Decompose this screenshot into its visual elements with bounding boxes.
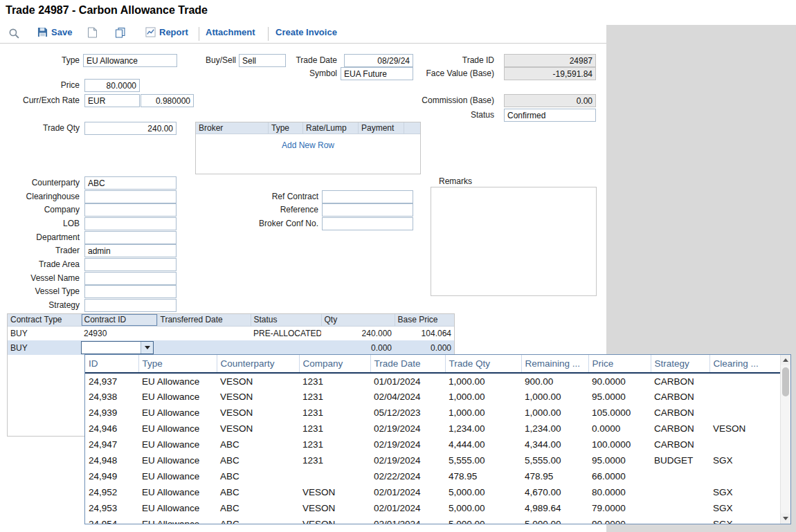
contract-id-combobox[interactable]: [81, 341, 154, 354]
vessel-type-input[interactable]: [84, 285, 177, 298]
cell-transferred-date[interactable]: [157, 340, 251, 355]
option-type[interactable]: EU Allowance: [138, 516, 217, 524]
option-counterparty[interactable]: VESON: [217, 421, 299, 437]
attachment-button[interactable]: Attachment: [206, 27, 255, 37]
option-trade-date[interactable]: 02/19/2024: [370, 452, 445, 468]
option-counterparty[interactable]: ABC: [217, 452, 299, 468]
option-type[interactable]: EU Allowance: [138, 500, 217, 516]
option-type[interactable]: EU Allowance: [138, 468, 217, 484]
option-id[interactable]: 24,946: [85, 421, 138, 437]
option-trade-qty[interactable]: 1,234.00: [445, 421, 521, 437]
option-clearing[interactable]: SGX: [709, 484, 780, 500]
option-id[interactable]: 24,949: [85, 468, 138, 484]
option-strategy[interactable]: [651, 468, 709, 484]
cell-contract-type[interactable]: BUY: [8, 326, 81, 340]
option-remaining[interactable]: 4,670.00: [521, 484, 588, 500]
contract-id-dropdown-button[interactable]: [141, 342, 153, 354]
strategy-input[interactable]: [84, 299, 177, 312]
option-id[interactable]: 24,938: [85, 389, 138, 405]
department-input[interactable]: [84, 231, 177, 244]
option-remaining[interactable]: 900.00: [521, 373, 588, 389]
option-clearing[interactable]: SGX: [709, 452, 780, 468]
cell-base-price[interactable]: 104.064: [395, 326, 454, 340]
option-counterparty[interactable]: ABC: [217, 500, 299, 516]
cell-contract-id[interactable]: 24930: [81, 326, 157, 340]
create-invoice-button[interactable]: Create Invoice: [275, 27, 337, 37]
dropdown-option-row[interactable]: 24,946 EU Allowance VESON 1231 02/19/202…: [85, 421, 780, 437]
option-counterparty[interactable]: ABC: [217, 437, 299, 452]
option-trade-qty[interactable]: 1,000.00: [445, 389, 521, 405]
option-trade-qty[interactable]: 5,000.00: [445, 516, 521, 524]
trade-area-input[interactable]: [84, 258, 177, 271]
option-id[interactable]: 24,937: [85, 373, 138, 389]
contracts-header-transferred-date[interactable]: Transferred Date: [157, 314, 251, 326]
option-counterparty[interactable]: VESON: [217, 405, 299, 421]
option-trade-date[interactable]: 02/04/2024: [370, 389, 445, 405]
scroll-down-button[interactable]: [781, 513, 790, 524]
note-icon[interactable]: [87, 27, 98, 38]
option-clearing[interactable]: SGX: [709, 516, 780, 524]
option-remaining[interactable]: 1,000.00: [521, 405, 588, 421]
option-trade-date[interactable]: 01/01/2024: [370, 373, 445, 389]
option-trade-qty[interactable]: 1,000.00: [445, 405, 521, 421]
option-clearing[interactable]: SGX: [709, 500, 780, 516]
option-id[interactable]: 24,952: [85, 484, 138, 500]
option-company[interactable]: 1231: [299, 452, 370, 468]
option-type[interactable]: EU Allowance: [138, 405, 217, 421]
option-strategy[interactable]: CARBON: [651, 373, 709, 389]
cell-status[interactable]: [251, 340, 321, 355]
trader-input[interactable]: [84, 244, 177, 257]
option-trade-date[interactable]: 02/19/2024: [370, 421, 445, 437]
dropdown-option-row[interactable]: 24,938 EU Allowance VESON 1231 02/04/202…: [85, 389, 780, 405]
option-remaining[interactable]: 1,234.00: [521, 421, 588, 437]
option-type[interactable]: EU Allowance: [138, 484, 217, 500]
option-trade-qty[interactable]: 478.95: [445, 468, 521, 484]
scroll-up-button[interactable]: [781, 355, 790, 365]
vessel-name-input[interactable]: [84, 272, 177, 285]
remarks-textarea[interactable]: [431, 187, 597, 296]
symbol-input[interactable]: [341, 67, 413, 80]
option-counterparty[interactable]: VESON: [217, 373, 299, 389]
option-clearing[interactable]: [709, 468, 780, 484]
dropdown-scrollbar[interactable]: [780, 355, 790, 524]
copy-icon[interactable]: [115, 27, 126, 38]
option-trade-date[interactable]: 05/12/2023: [370, 405, 445, 421]
option-remaining[interactable]: 4,989.64: [521, 500, 588, 516]
option-company[interactable]: 1231: [299, 389, 370, 405]
option-remaining[interactable]: 1,000.00: [521, 389, 588, 405]
option-price[interactable]: 100.0000: [588, 437, 651, 452]
option-strategy[interactable]: CARBON: [651, 421, 709, 437]
dropdown-option-row[interactable]: 24,953 EU Allowance ABC VESON 02/01/2024…: [85, 500, 780, 516]
option-remaining[interactable]: 5,000.00: [521, 516, 588, 524]
option-company[interactable]: VESON: [299, 516, 370, 524]
option-strategy[interactable]: [651, 516, 709, 524]
dropdown-option-row[interactable]: 24,948 EU Allowance ABC 1231 02/19/2024 …: [85, 452, 780, 468]
option-price[interactable]: 90.0000: [588, 373, 651, 389]
cell-base-price[interactable]: 0.000: [395, 340, 454, 355]
contracts-row-2[interactable]: BUY 0.000 0.000: [8, 340, 454, 355]
option-price[interactable]: 79.0000: [588, 500, 651, 516]
option-trade-qty[interactable]: 5,000.00: [445, 500, 521, 516]
cell-qty[interactable]: 240.000: [321, 326, 395, 340]
option-trade-date[interactable]: 02/01/2024: [370, 516, 445, 524]
option-company[interactable]: VESON: [299, 484, 370, 500]
option-price[interactable]: 66.0000: [588, 468, 651, 484]
option-trade-date[interactable]: 02/01/2024: [370, 500, 445, 516]
option-strategy[interactable]: CARBON: [651, 405, 709, 421]
option-clearing[interactable]: [709, 405, 780, 421]
reference-input[interactable]: [322, 203, 413, 217]
option-price[interactable]: 90.0000: [588, 516, 651, 524]
dropdown-option-row[interactable]: 24,952 EU Allowance ABC VESON 02/01/2024…: [85, 484, 780, 500]
report-button[interactable]: Report: [145, 27, 188, 37]
dropdown-option-row[interactable]: 24,947 EU Allowance ABC 1231 02/19/2024 …: [85, 437, 780, 452]
option-trade-date[interactable]: 02/22/2024: [370, 468, 445, 484]
scrollbar-thumb[interactable]: [782, 367, 789, 396]
type-input[interactable]: [83, 54, 177, 67]
cell-qty[interactable]: 0.000: [321, 340, 395, 355]
option-remaining[interactable]: 4,344.00: [521, 437, 588, 452]
cell-status[interactable]: PRE-ALLOCATED: [251, 326, 321, 340]
option-price[interactable]: 80.0000: [588, 484, 651, 500]
trade-qty-input[interactable]: [84, 122, 177, 135]
option-remaining[interactable]: 5,555.00: [521, 452, 588, 468]
option-company[interactable]: VESON: [299, 500, 370, 516]
